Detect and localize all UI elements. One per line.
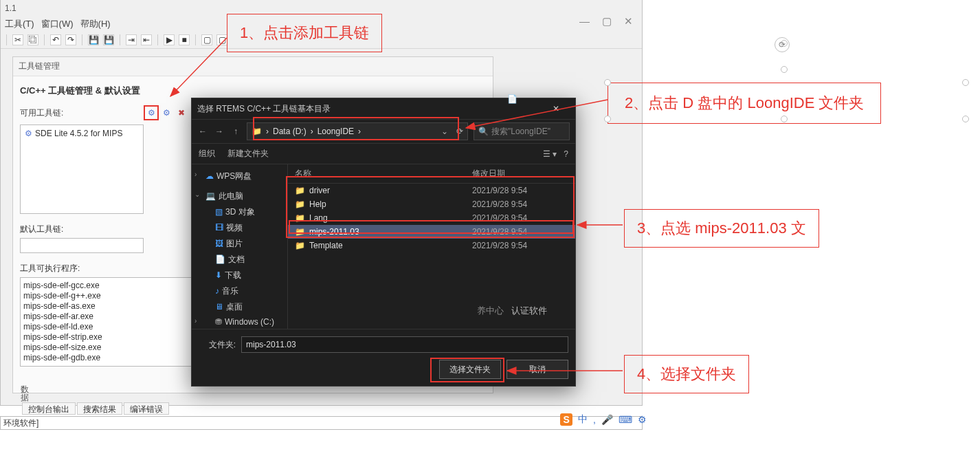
address-bar[interactable]: 📁 › Data (D:) › LoongIDE › ⌄ ⟳ bbox=[247, 122, 468, 140]
nav-back-button[interactable]: ← bbox=[197, 127, 208, 136]
file-row[interactable]: 📁driver 2021/9/28 9:54 bbox=[288, 184, 575, 197]
ime-keyboard-icon[interactable]: ⌨ bbox=[619, 414, 632, 425]
gear-icon bbox=[163, 108, 170, 118]
tab-compile-errors[interactable]: 编译错误 bbox=[124, 402, 169, 415]
organize-menu[interactable]: 组织 bbox=[199, 148, 215, 160]
exe-item: mips-sde-elf-as.exe bbox=[23, 301, 209, 312]
exe-item: mips-sde-elf-g++.exe bbox=[23, 291, 209, 301]
refresh-icon[interactable]: ⟳ bbox=[456, 127, 463, 136]
view-icon[interactable]: ☰ ▾ bbox=[543, 149, 557, 159]
nav-up-button[interactable]: ↑ bbox=[230, 127, 241, 136]
available-toolchains-list[interactable]: SDE Lite 4.5.2 for MIPS bbox=[20, 124, 144, 214]
folder-icon: 📁 bbox=[295, 199, 305, 209]
menu-tools[interactable]: 工具(T) bbox=[5, 18, 34, 30]
chevron-down-icon[interactable]: ⌄ bbox=[441, 127, 448, 136]
nav-forward-button[interactable]: → bbox=[214, 127, 225, 136]
bottom-label-frag: 数据 bbox=[21, 385, 29, 402]
toolbar-cut-icon[interactable]: ✂ bbox=[12, 34, 23, 45]
sidebar-item-this-pc[interactable]: ⌄💻此电脑 bbox=[192, 188, 287, 204]
sidebar-item-video[interactable]: 🎞视频 bbox=[192, 220, 287, 236]
help-icon[interactable]: ? bbox=[564, 149, 568, 159]
tab-search-results[interactable]: 搜索结果 bbox=[77, 402, 122, 415]
sidebar-item-wps[interactable]: ›☁WPS网盘 bbox=[192, 169, 287, 184]
toolbar-undo-icon[interactable]: ↶ bbox=[50, 34, 61, 45]
tab-console-output[interactable]: 控制台输出 bbox=[22, 402, 76, 415]
tcm-panel-title: 工具链管理 bbox=[13, 57, 493, 76]
folder-icon: 📁 bbox=[295, 213, 305, 223]
path-segment[interactable]: LoongIDE bbox=[318, 127, 354, 136]
path-segment[interactable]: Data (D:) bbox=[273, 127, 307, 136]
column-name[interactable]: 名称 bbox=[295, 168, 472, 180]
cancel-button[interactable]: 取消 bbox=[506, 360, 568, 379]
window-controls: — ▢ ✕ bbox=[579, 15, 633, 28]
sidebar-item-pictures[interactable]: 🖼图片 bbox=[192, 236, 287, 252]
exe-item: mips-sde-elf-ar.exe bbox=[23, 312, 209, 322]
annotation-2: 2、点击 D 盘中的 LoongIDE 文件夹 bbox=[608, 83, 881, 124]
file-list-header[interactable]: 名称 修改日期 bbox=[288, 164, 575, 184]
minimize-icon[interactable]: — bbox=[579, 15, 590, 28]
folder-field-label: 文件夹: bbox=[199, 339, 236, 351]
ime-settings-icon[interactable]: ⚙ bbox=[638, 414, 647, 425]
ime-cn[interactable]: 中 bbox=[578, 413, 588, 426]
toolbar-build-icon[interactable]: ▢ bbox=[201, 34, 212, 45]
ime-punct[interactable]: , bbox=[593, 414, 596, 425]
rotate-handle-icon[interactable]: ⟳ bbox=[775, 37, 790, 52]
file-row[interactable]: 📁Template 2021/9/28 9:54 bbox=[288, 239, 575, 252]
close-button[interactable]: ✕ bbox=[542, 104, 570, 113]
toolbar-saveall-icon[interactable]: 💾 bbox=[103, 34, 114, 45]
menu-window[interactable]: 窗口(W) bbox=[41, 18, 74, 30]
toolbar-save-icon[interactable]: 💾 bbox=[88, 34, 99, 45]
env-label: 环境软件] bbox=[3, 418, 38, 428]
toolbar-run-icon[interactable]: ▶ bbox=[164, 34, 175, 45]
folder-icon: 📁 bbox=[252, 127, 262, 136]
navigation-pane[interactable]: ›☁WPS网盘 ⌄💻此电脑 ▧3D 对象 🎞视频 🖼图片 📄文档 ⬇下载 ♪音乐… bbox=[192, 164, 288, 329]
search-icon: 🔍 bbox=[478, 127, 489, 136]
file-row[interactable]: 📁Help 2021/9/28 9:54 bbox=[288, 197, 575, 211]
sogou-icon[interactable]: S bbox=[560, 413, 572, 426]
bottom-tabs: 控制台输出 搜索结果 编译错误 bbox=[22, 402, 169, 415]
select-folder-button[interactable]: 选择文件夹 bbox=[439, 360, 501, 379]
toolchain-item-label: SDE Lite 4.5.2 for MIPS bbox=[35, 129, 122, 138]
toolchain-item[interactable]: SDE Lite 4.5.2 for MIPS bbox=[23, 128, 140, 139]
exe-item: mips-sde-elf-strip.exe bbox=[23, 332, 209, 343]
sidebar-item-music[interactable]: ♪音乐 bbox=[192, 283, 287, 299]
file-row[interactable]: 📁Lang 2021/9/28 9:54 bbox=[288, 211, 575, 225]
folder-icon: 📁 bbox=[295, 186, 305, 195]
new-folder-button[interactable]: 新建文件夹 bbox=[227, 148, 269, 160]
toolbar-clean-icon[interactable]: ▢ bbox=[216, 34, 227, 45]
doc-icon: 📄 bbox=[507, 94, 517, 104]
exe-item: mips-sde-elf-size.exe bbox=[23, 343, 209, 353]
exe-item: mips-sde-elf-ld.exe bbox=[23, 322, 209, 332]
path-sep: › bbox=[358, 127, 361, 136]
ime-mic-icon[interactable]: 🎤 bbox=[601, 414, 613, 425]
add-toolchain-button[interactable] bbox=[144, 105, 159, 120]
menu-help[interactable]: 帮助(H) bbox=[80, 18, 111, 30]
toolbar-redo-icon[interactable]: ↷ bbox=[65, 34, 76, 45]
watermark-text: 养中心 认证软件 bbox=[477, 305, 547, 317]
file-row-selected[interactable]: 📁mips-2011.03 2021/9/28 9:54 bbox=[288, 225, 575, 239]
toolbar-outdent-icon[interactable]: ⇤ bbox=[141, 34, 152, 45]
column-modified[interactable]: 修改日期 bbox=[472, 168, 568, 180]
toolbar-stop-icon[interactable]: ■ bbox=[179, 34, 190, 45]
toolbar-indent-icon[interactable]: ⇥ bbox=[126, 34, 137, 45]
delete-toolchain-button[interactable] bbox=[174, 105, 189, 120]
edit-toolchain-button[interactable] bbox=[159, 105, 174, 120]
sidebar-item-3d[interactable]: ▧3D 对象 bbox=[192, 204, 287, 220]
env-row: 环境软件] bbox=[0, 416, 643, 430]
default-toolchain-input[interactable] bbox=[20, 238, 144, 253]
maximize-icon[interactable]: ▢ bbox=[602, 15, 612, 28]
sidebar-item-downloads[interactable]: ⬇下载 bbox=[192, 268, 287, 283]
folder-field-input[interactable] bbox=[241, 336, 568, 353]
search-input[interactable]: 🔍 搜索"LoongIDE" bbox=[474, 122, 570, 140]
close-icon[interactable]: ✕ bbox=[624, 15, 633, 28]
sidebar-item-documents[interactable]: 📄文档 bbox=[192, 252, 287, 268]
exe-list: mips-sde-elf-gcc.exe mips-sde-elf-g++.ex… bbox=[20, 277, 212, 367]
gear-icon bbox=[148, 108, 155, 118]
dialog-title: 选择 RTEMS C/C++ 工具链基本目录 bbox=[197, 103, 331, 115]
path-sep: › bbox=[266, 127, 269, 136]
folder-icon: 📁 bbox=[295, 241, 305, 250]
annotation-1: 1、点击添加工具链 bbox=[227, 14, 382, 52]
sidebar-item-c-drive[interactable]: ›⛃Windows (C:) bbox=[192, 315, 287, 329]
sidebar-item-desktop[interactable]: 🖥桌面 bbox=[192, 299, 287, 315]
toolbar-copy-icon[interactable]: ⿻ bbox=[27, 34, 38, 45]
